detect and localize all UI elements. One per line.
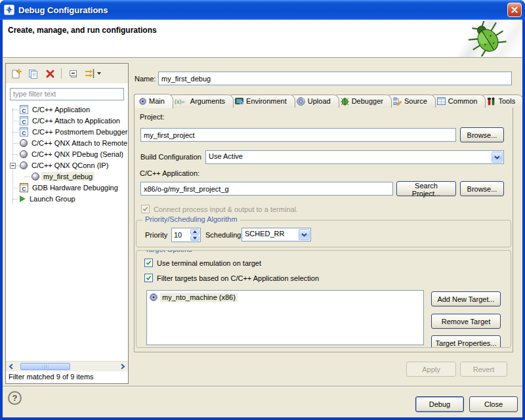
project-input[interactable] xyxy=(140,128,456,142)
terminal-checkbox-label: Connect process input & output to a term… xyxy=(154,205,298,213)
project-label: Project: xyxy=(140,113,164,121)
toolbar-separator xyxy=(61,68,62,79)
filter-launch-configurations-icon[interactable] xyxy=(83,66,102,81)
new-launch-configuration-icon[interactable] xyxy=(9,66,23,81)
tree-item-gdb-hardware[interactable]: C GDB Hardware Debugging xyxy=(6,182,128,194)
target-properties-button[interactable]: Target Properties... xyxy=(431,335,501,348)
svg-text:C: C xyxy=(22,108,26,114)
filter-targets-label: Filter targets based on C/C++ Applicatio… xyxy=(157,274,319,282)
priority-spinner[interactable] xyxy=(171,228,201,242)
tab-common[interactable]: Common xyxy=(432,94,486,108)
priority-label: Priority xyxy=(145,231,167,239)
collapse-all-icon[interactable] xyxy=(66,66,80,81)
target-list[interactable]: my_nto_machine (x86) xyxy=(146,290,424,345)
footer-separator xyxy=(3,386,522,387)
svg-text:(x)=: (x)= xyxy=(175,98,185,104)
debug-button[interactable]: Debug xyxy=(415,396,464,412)
revert-button[interactable]: Revert xyxy=(460,362,507,377)
tab-main[interactable]: Main xyxy=(134,94,173,108)
horizontal-scrollbar[interactable] xyxy=(6,361,128,371)
target-list-item[interactable]: my_nto_machine (x86) xyxy=(147,291,423,304)
use-terminal-label: Use terminal emulation on target xyxy=(157,259,261,267)
qnx-orb-icon xyxy=(32,173,39,180)
checkbox-check-icon xyxy=(142,206,148,212)
name-input[interactable] xyxy=(158,72,512,85)
environment-tab-icon xyxy=(235,97,243,105)
target-options-group: Target Options Use terminal emulation on… xyxy=(136,250,511,348)
c-application-icon: C xyxy=(20,183,28,192)
checkbox-check-icon xyxy=(146,275,152,281)
spinner-down-icon[interactable] xyxy=(190,236,200,242)
delete-launch-configuration-icon[interactable] xyxy=(43,66,57,81)
apply-button[interactable]: Apply xyxy=(406,362,456,377)
tab-tools[interactable]: Tools xyxy=(482,94,522,108)
scheduling-combo[interactable]: SCHED_RR xyxy=(242,228,311,242)
tree-item-cpp-postmortem[interactable]: C C/C++ Postmortem Debugger xyxy=(6,127,128,138)
tree-item-qnx-qconn[interactable]: C/C++ QNX QConn (IP) xyxy=(6,160,128,171)
use-terminal-row[interactable]: Use terminal emulation on target xyxy=(144,259,261,267)
duplicate-launch-configuration-icon[interactable] xyxy=(26,66,40,81)
terminal-checkbox-row: Connect process input & output to a term… xyxy=(141,205,298,213)
filter-input[interactable] xyxy=(10,88,124,100)
configurations-panel: C C/C++ Application C C/C++ Attach to Ap… xyxy=(5,63,129,384)
upload-tab-icon xyxy=(297,97,305,106)
dialog-content: Create, manage, and run configurations xyxy=(3,20,522,417)
search-project-button[interactable]: Search Project... xyxy=(396,181,456,196)
configurations-tree: C C/C++ Application C C/C++ Attach to Ap… xyxy=(6,103,128,362)
close-button[interactable]: Close xyxy=(469,396,518,412)
filter-targets-checkbox[interactable] xyxy=(144,274,153,282)
tab-arguments[interactable]: (x)= Arguments xyxy=(169,94,234,108)
debug-configurations-dialog: Debug Configurations Create, manage, and… xyxy=(0,0,525,420)
dialog-icon xyxy=(4,5,14,15)
priority-group-title: Priority/Scheduling Algorithm xyxy=(142,215,240,223)
combo-arrow-icon[interactable] xyxy=(492,152,503,163)
build-configuration-combo[interactable]: Use Active xyxy=(205,150,504,164)
tab-environment[interactable]: Environment xyxy=(230,94,295,108)
scroll-left-icon[interactable] xyxy=(6,362,16,371)
browse-application-button[interactable]: Browse... xyxy=(460,181,504,196)
spinner-up-icon[interactable] xyxy=(190,229,200,235)
configurations-toolbar xyxy=(6,64,128,83)
svg-text:C: C xyxy=(22,119,26,125)
name-label: Name: xyxy=(135,75,156,83)
tree-item-launch-group[interactable]: Launch Group xyxy=(6,194,128,205)
browse-project-button[interactable]: Browse... xyxy=(460,127,504,142)
help-button[interactable]: ? xyxy=(8,391,22,405)
close-window-button[interactable] xyxy=(507,3,522,17)
remove-target-button[interactable]: Remove Target xyxy=(431,314,501,329)
arguments-tab-icon: (x)= xyxy=(175,98,188,104)
use-terminal-checkbox[interactable] xyxy=(144,259,153,267)
main-tab-icon xyxy=(139,98,146,105)
scroll-right-icon[interactable] xyxy=(117,362,128,371)
c-application-icon: C xyxy=(20,105,28,114)
scrollbar-thumb[interactable] xyxy=(20,363,70,370)
collapse-expander-icon[interactable] xyxy=(10,163,16,169)
window-title: Debug Configurations xyxy=(18,5,108,15)
tree-item-qnx-attach-remote[interactable]: C/C++ QNX Attach to Remote Process xyxy=(6,138,128,149)
banner: Create, manage, and run configurations xyxy=(3,20,522,58)
banner-heading: Create, manage, and run configurations xyxy=(8,26,157,35)
tree-item-cpp-application[interactable]: C C/C++ Application xyxy=(6,104,128,116)
tab-upload[interactable]: Upload xyxy=(291,94,339,108)
add-new-target-button[interactable]: Add New Target... xyxy=(431,291,501,306)
tree-item-my-first-debug[interactable]: my_first_debug xyxy=(6,171,128,182)
svg-text:C: C xyxy=(22,186,26,192)
filter-targets-row[interactable]: Filter targets based on C/C++ Applicatio… xyxy=(144,274,319,282)
tools-tab-icon xyxy=(487,97,495,106)
combo-arrow-icon[interactable] xyxy=(299,229,310,240)
checkbox-check-icon xyxy=(146,260,152,266)
title-bar[interactable]: Debug Configurations xyxy=(0,0,525,20)
tree-item-cpp-attach[interactable]: C C/C++ Attach to Application xyxy=(6,116,128,127)
priority-input[interactable] xyxy=(172,228,190,242)
qnx-orb-icon xyxy=(20,139,28,147)
tab-source[interactable]: Source xyxy=(388,94,436,108)
tab-debugger[interactable]: Debugger xyxy=(335,94,392,108)
main-tab-content: Project: Browse... Build Configuration U… xyxy=(134,107,513,352)
tab-bar: Main (x)= Arguments Environment Upload D… xyxy=(134,93,514,108)
terminal-checkbox xyxy=(141,205,150,213)
common-tab-icon xyxy=(437,97,446,105)
launch-group-icon xyxy=(20,196,26,202)
tree-item-qnx-pdebug[interactable]: C/C++ QNX PDebug (Serial) xyxy=(6,149,128,160)
application-input[interactable] xyxy=(140,182,393,196)
scheduling-label: Scheduling xyxy=(205,231,241,239)
